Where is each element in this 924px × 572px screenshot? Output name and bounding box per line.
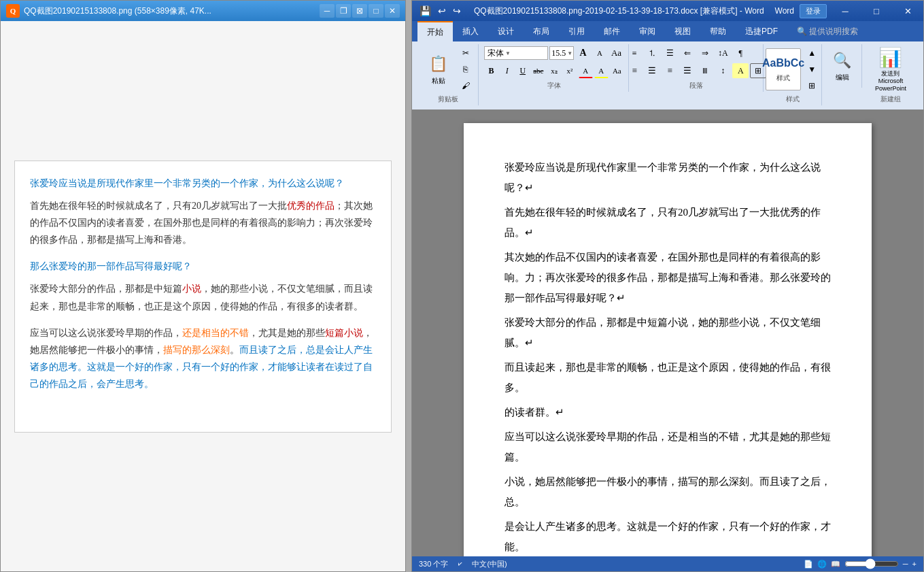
powerpoint-button[interactable]: 📊 发送到Microsoft PowerPoint	[867, 46, 914, 93]
quick-redo-icon[interactable]: ↪	[451, 5, 463, 17]
zoom-out-icon[interactable]: +	[912, 560, 917, 568]
word-statusbar: 330 个字 🗸 中文(中国) 📄 🌐 📖 ─ +	[412, 556, 923, 571]
word-close-button[interactable]: ✕	[892, 1, 923, 21]
edit-label: 编辑	[836, 73, 849, 82]
font-controls: 宋体 15.5 A A Aa B I U abc x₂ x² A A	[484, 46, 624, 80]
word-window-title: QQ截图20190215133808.png-2019-02-15-13-39-…	[468, 5, 770, 17]
word-maximize-button[interactable]: □	[861, 1, 892, 21]
left-minimize-button[interactable]: ─	[320, 4, 335, 18]
para-row2: ≡ ☰ ≡ ☰ Ⅲ ↕ A ⊞	[626, 63, 766, 78]
align-left-button[interactable]: ≡	[626, 63, 643, 78]
multilevel-button[interactable]: ☰	[662, 46, 678, 61]
styles-down-button[interactable]: ▼	[804, 62, 820, 77]
clear-format-button[interactable]: Aa	[609, 46, 624, 61]
styles-group: AaBbCc 样式 ▲ ▼ ⊞ 样式	[765, 44, 822, 105]
font-name-dropdown[interactable]: 宋体	[484, 46, 548, 60]
align-right-button[interactable]: ≡	[662, 63, 678, 78]
tab-pdf[interactable]: 迅捷PDF	[736, 21, 787, 41]
left-content: 张爱玲应当说是所现代作家里一个非常另类的一个作家，为什么这么说呢？ 首先她在很年…	[1, 21, 405, 571]
zoom-slider[interactable]	[844, 561, 899, 567]
left-resize-button[interactable]: ⊠	[352, 4, 367, 18]
word-titlebar: 💾 ↩ ↪ QQ截图20190215133808.png-2019-02-15-…	[412, 1, 923, 21]
edit-group: 🔍 编辑	[823, 44, 862, 88]
powerpoint-icon: 📊	[878, 46, 902, 69]
para2-body: 首先她在很年轻的时候就成名了，只有20几岁就写出了一大批优秀的作品；其次她的作品…	[30, 197, 376, 249]
left-maximize-button[interactable]: □	[369, 4, 383, 18]
underline-button[interactable]: U	[515, 63, 530, 78]
column-button[interactable]: Ⅲ	[697, 63, 713, 78]
copy-button[interactable]: ⎘	[458, 62, 474, 77]
tab-help[interactable]: 帮助	[700, 21, 736, 41]
cut-button[interactable]: ✂	[458, 46, 474, 61]
strikethrough-button[interactable]: abc	[531, 63, 545, 78]
paragraph-controls: ≡ ⒈ ☰ ⇐ ⇒ ↕A ¶ ≡ ☰ ≡ ☰ Ⅲ ↕	[626, 46, 766, 80]
shading-button[interactable]: A	[732, 63, 749, 78]
left-close-button[interactable]: ✕	[385, 4, 400, 18]
show-marks-button[interactable]: ¶	[732, 46, 749, 61]
word-page[interactable]: 张爱玲应当说是所现代作家里一个非常另类的一个作家，为什么这么说呢？↵ 首先她在很…	[464, 123, 872, 556]
tab-home[interactable]: 开始	[417, 21, 453, 41]
line-spacing-button[interactable]: ↕	[715, 63, 731, 78]
highlight-button[interactable]: A	[594, 63, 609, 78]
bold-button[interactable]: B	[484, 63, 498, 78]
view-web-icon[interactable]: 🌐	[817, 560, 827, 569]
justify-button[interactable]: ☰	[679, 63, 696, 78]
doc-para-8: 小说，她居然能够把一件极小的事情，描写的那么深刻。而且读了之后，总。	[504, 471, 831, 512]
decrease-indent-button[interactable]: ⇐	[679, 46, 696, 61]
paste-label: 粘贴	[432, 76, 445, 86]
styles-arrows: ▲ ▼ ⊞	[804, 46, 820, 93]
font-size-dropdown[interactable]: 15.5	[549, 46, 574, 60]
para5-body: 应当可以这么说张爱玲早期的作品，还是相当的不错，尤其是她的那些短篇小说，她居然能…	[30, 324, 376, 393]
ribbon-tabs: 开始 插入 设计 布局 引用 邮件 审阅 视图 帮助 迅捷PDF 🔍 提供说明搜…	[412, 21, 923, 41]
sort-button[interactable]: ↕A	[715, 46, 731, 61]
new-group-label: 新建组	[880, 95, 901, 104]
styles-button[interactable]: AaBbCc 样式	[766, 48, 801, 90]
quick-undo-icon[interactable]: ↩	[436, 5, 448, 17]
superscript-button[interactable]: x²	[562, 63, 577, 78]
para2-text: 首先她在很年轻的时候就成名了，只有20几岁就写出了一大批优秀的作品；其次她的作品…	[30, 201, 373, 245]
font-size-btn[interactable]: Aa	[610, 63, 624, 78]
word-minimize-button[interactable]: ─	[829, 1, 861, 21]
increase-indent-button[interactable]: ⇒	[697, 46, 713, 61]
left-restore-button[interactable]: ❐	[336, 4, 351, 18]
new-group: 📊 发送到Microsoft PowerPoint 新建组	[863, 44, 918, 105]
tab-search[interactable]: 🔍 提供说明搜索	[787, 21, 868, 41]
app-icon: Q	[6, 4, 20, 18]
quick-save-icon[interactable]: 💾	[417, 5, 433, 17]
subscript-button[interactable]: x₂	[547, 63, 561, 78]
tab-insert[interactable]: 插入	[453, 21, 488, 41]
doc-para-2: 首先她在很年轻的时候就成名了，只有20几岁就写出了一大批优秀的作品。↵	[504, 202, 831, 243]
zoom-level: ─	[903, 560, 908, 568]
italic-button[interactable]: I	[500, 63, 514, 78]
align-center-button[interactable]: ☰	[644, 63, 660, 78]
doc-para-4: 张爱玲大部分的作品，那都是中短篇小说，她的那些小说，不仅文笔细腻。↵	[504, 312, 831, 353]
tab-design[interactable]: 设计	[488, 21, 524, 41]
tab-layout[interactable]: 布局	[524, 21, 559, 41]
tab-review[interactable]: 审阅	[630, 21, 665, 41]
clipboard-content: 📋 粘贴 ✂ ⎘ 🖌	[422, 46, 474, 93]
tab-references[interactable]: 引用	[559, 21, 594, 41]
font-grow-button[interactable]: A	[575, 46, 591, 61]
text-color-button[interactable]: A	[579, 63, 593, 78]
quick-tools: 💾 ↩ ↪	[417, 5, 463, 17]
font-shrink-button[interactable]: A	[592, 46, 608, 61]
doc-para-1: 张爱玲应当说是所现代作家里一个非常另类的一个作家，为什么这么说呢？↵	[504, 157, 831, 198]
view-print-icon[interactable]: 📄	[804, 560, 813, 569]
word-win-controls: ─ □ ✕	[829, 1, 923, 21]
styles-more-button[interactable]: ⊞	[804, 78, 820, 93]
doc-para-6: 的读者群。↵	[504, 402, 831, 422]
styles-content: AaBbCc 样式 ▲ ▼ ⊞	[766, 46, 820, 93]
para-row1: ≡ ⒈ ☰ ⇐ ⇒ ↕A ¶	[626, 46, 766, 61]
numbering-button[interactable]: ⒈	[644, 46, 660, 61]
styles-up-button[interactable]: ▲	[804, 46, 820, 61]
bullets-button[interactable]: ≡	[626, 46, 643, 61]
format-painter-button[interactable]: 🖌	[458, 78, 474, 93]
tab-mailings[interactable]: 邮件	[594, 21, 630, 41]
paste-button[interactable]: 📋 粘贴	[422, 49, 455, 90]
edit-button[interactable]: 🔍 编辑	[825, 46, 859, 86]
para1-title: 张爱玲应当说是所现代作家里一个非常另类的一个作家，为什么这么说呢？	[30, 175, 376, 192]
view-read-icon[interactable]: 📖	[831, 560, 840, 569]
status-right: 📄 🌐 📖 ─ +	[804, 560, 917, 569]
login-button[interactable]: 登录	[800, 4, 827, 18]
tab-view[interactable]: 视图	[665, 21, 700, 41]
